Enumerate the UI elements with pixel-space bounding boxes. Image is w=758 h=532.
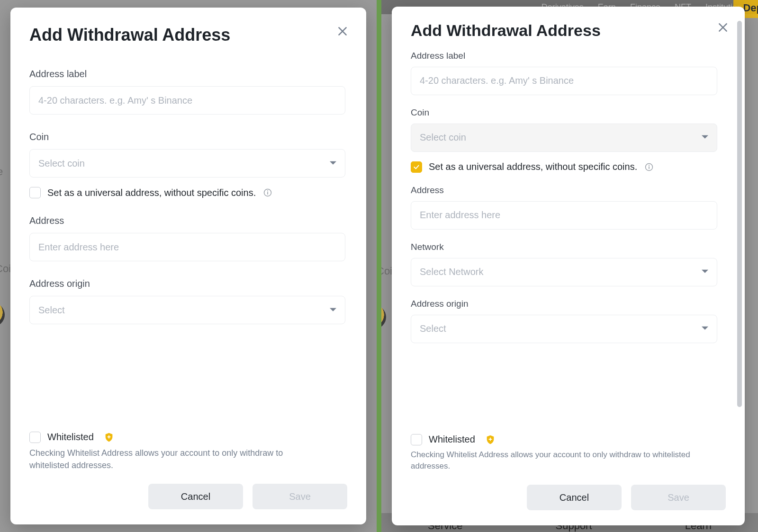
address-label-field: Address label: [29, 69, 345, 115]
info-icon[interactable]: [644, 162, 654, 172]
network-field: Network Select Network: [411, 242, 717, 286]
coin-field: Coin Select coin Set as a universal add: [411, 107, 717, 173]
svg-rect-5: [649, 166, 650, 169]
whitelist-row: Whitelisted: [411, 434, 726, 445]
chevron-down-icon: [702, 323, 708, 334]
whitelist-checkbox[interactable]: [411, 434, 422, 445]
modal-title: Add Withdrawal Address: [29, 25, 347, 45]
address-label-input[interactable]: [411, 67, 717, 95]
network-label: Network: [411, 242, 717, 252]
whitelist-block: Whitelisted Checking Whitelist Address a…: [29, 413, 347, 509]
address-label: Address: [411, 185, 717, 195]
coin-label: Coin: [411, 107, 717, 118]
universal-checkbox[interactable]: [29, 187, 41, 198]
coin-select-placeholder: Select coin: [38, 158, 85, 169]
address-origin-field: Address origin Select: [411, 299, 717, 343]
coin-select: Select coin: [411, 124, 717, 152]
network-select-placeholder: Select Network: [420, 266, 484, 277]
coin-field: Coin Select coin Set as a universal addr…: [29, 132, 345, 198]
network-select[interactable]: Select Network: [411, 258, 717, 286]
backdrop-coin-icon: [379, 305, 386, 329]
whitelist-block: Whitelisted Checking Whitelist Address a…: [411, 421, 726, 510]
address-label-field: Address label: [411, 51, 717, 95]
right-pane: Derivatives Earn Finance NFT Institution…: [379, 0, 758, 532]
backdrop-text: Coi: [0, 263, 11, 275]
whitelist-row: Whitelisted: [29, 432, 347, 443]
shield-icon: [485, 434, 496, 445]
scrollbar[interactable]: [737, 21, 742, 407]
chevron-down-icon: [330, 305, 336, 316]
address-field: Address: [411, 185, 717, 230]
chevron-down-icon: [330, 158, 336, 169]
whitelist-helper: Checking Whitelist Address allows your a…: [411, 449, 695, 472]
coin-select-placeholder: Select coin: [420, 132, 466, 143]
address-label-label: Address label: [411, 51, 717, 61]
backdrop-coin-icon: [0, 303, 5, 327]
address-label-input[interactable]: [29, 86, 345, 115]
whitelist-helper: Checking Whitelist Address allows your a…: [29, 447, 316, 471]
svg-rect-2: [267, 192, 268, 195]
address-input[interactable]: [29, 233, 345, 261]
left-pane: e Coi Add Withdrawal Address Address lab…: [0, 0, 379, 532]
button-row: Cancel Save: [411, 485, 726, 510]
save-button[interactable]: Save: [253, 484, 347, 509]
origin-label: Address origin: [411, 299, 717, 309]
svg-point-1: [267, 190, 268, 191]
whitelist-label: Whitelisted: [47, 432, 94, 443]
chevron-down-icon: [702, 132, 708, 143]
whitelist-checkbox[interactable]: [29, 432, 41, 443]
address-label-label: Address label: [29, 69, 345, 80]
info-icon[interactable]: [262, 187, 273, 198]
backdrop-text: Coi: [379, 265, 392, 277]
address-input[interactable]: [411, 201, 717, 230]
add-withdrawal-address-modal: Add Withdrawal Address Address label Coi…: [392, 7, 745, 525]
address-origin-field: Address origin Select: [29, 278, 345, 324]
universal-address-row: Set as a universal address, without spec…: [411, 161, 717, 173]
address-label: Address: [29, 215, 345, 226]
universal-label: Set as a universal address, without spec…: [429, 161, 637, 172]
coin-label: Coin: [29, 132, 345, 142]
check-icon: [413, 163, 420, 171]
origin-select[interactable]: Select: [411, 315, 717, 343]
origin-select-placeholder: Select: [38, 305, 65, 316]
whitelist-label: Whitelisted: [429, 434, 475, 445]
shield-icon: [103, 432, 115, 443]
coin-select[interactable]: Select coin: [29, 149, 345, 177]
backdrop-text: e: [0, 166, 3, 178]
chevron-down-icon: [702, 266, 708, 277]
modal-title: Add Withdrawal Address: [411, 21, 726, 40]
origin-select-placeholder: Select: [420, 323, 446, 334]
add-withdrawal-address-modal: Add Withdrawal Address Address label Coi…: [10, 8, 366, 524]
origin-select[interactable]: Select: [29, 296, 345, 324]
cancel-button[interactable]: Cancel: [527, 485, 622, 510]
save-button[interactable]: Save: [631, 485, 726, 510]
universal-address-row: Set as a universal address, without spec…: [29, 187, 345, 198]
universal-label: Set as a universal address, without spec…: [47, 187, 256, 198]
address-field: Address: [29, 215, 345, 261]
universal-checkbox[interactable]: [411, 161, 422, 173]
svg-point-4: [649, 165, 650, 166]
button-row: Cancel Save: [29, 484, 347, 509]
origin-label: Address origin: [29, 278, 345, 289]
cancel-button[interactable]: Cancel: [148, 484, 243, 509]
